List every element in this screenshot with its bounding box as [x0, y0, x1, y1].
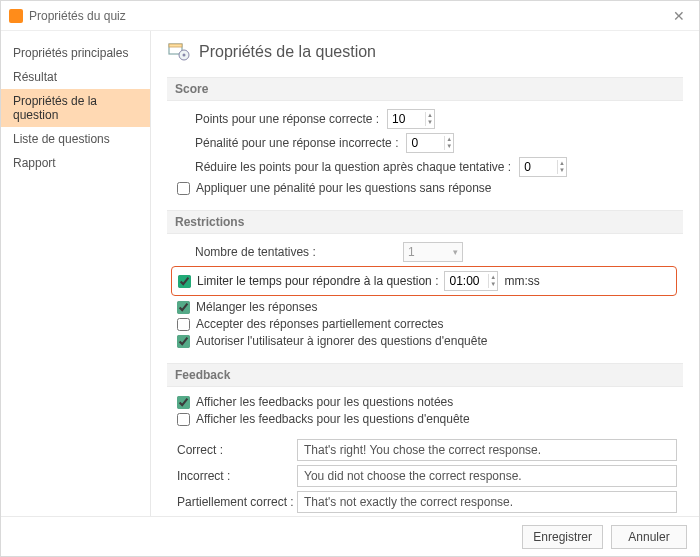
- spin-up-icon[interactable]: ▲: [426, 112, 434, 119]
- chevron-down-icon: ▾: [453, 247, 458, 257]
- checkbox-partial[interactable]: Accepter des réponses partiellement corr…: [177, 317, 677, 331]
- label-reduce: Réduire les points pour la question aprè…: [195, 160, 511, 174]
- row-points: Points pour une réponse correcte : ▲▼: [195, 109, 677, 129]
- window-title: Propriétés du quiz: [29, 9, 667, 23]
- limit-time-input[interactable]: [445, 274, 487, 288]
- section-title-score: Score: [167, 77, 683, 101]
- feedback-value[interactable]: That's right! You chose the correct resp…: [297, 439, 677, 461]
- spin-down-icon[interactable]: ▼: [489, 281, 498, 288]
- limit-time-spin[interactable]: ▲▼: [488, 274, 498, 288]
- label-points: Points pour une réponse correcte :: [195, 112, 379, 126]
- checkbox-show-graded[interactable]: Afficher les feedbacks pour les question…: [177, 395, 677, 409]
- partial-checkbox[interactable]: [177, 318, 190, 331]
- svg-point-3: [183, 54, 186, 57]
- feedback-row-partial: Partiellement correct : That's not exact…: [177, 491, 677, 513]
- page-header-icon: [167, 41, 191, 63]
- feedback-value[interactable]: That's not exactly the correct response.: [297, 491, 677, 513]
- limit-time-checkbox[interactable]: [178, 275, 191, 288]
- main-panel: Propriétés de la question Score Points p…: [151, 31, 699, 516]
- section-score: Points pour une réponse correcte : ▲▼ Pé…: [167, 109, 683, 204]
- section-title-feedback: Feedback: [167, 363, 683, 387]
- label-attempts: Nombre de tentatives :: [195, 245, 395, 259]
- checkbox-shuffle[interactable]: Mélanger les réponses: [177, 300, 677, 314]
- label-penalty: Pénalité pour une réponse incorrecte :: [195, 136, 398, 150]
- show-survey-checkbox[interactable]: [177, 413, 190, 426]
- sidebar: Propriétés principales Résultat Propriét…: [1, 31, 151, 516]
- section-title-restrictions: Restrictions: [167, 210, 683, 234]
- checkbox-allow-skip[interactable]: Autoriser l'utilisateur à ignorer des qu…: [177, 334, 677, 348]
- dialog-footer: Enregistrer Annuler: [1, 516, 699, 556]
- spin-up-icon[interactable]: ▲: [558, 160, 566, 167]
- attempts-select[interactable]: 1 ▾: [403, 242, 463, 262]
- spin-up-icon[interactable]: ▲: [445, 136, 453, 143]
- close-icon[interactable]: ✕: [667, 8, 691, 24]
- feedback-label: Partiellement correct :: [177, 495, 297, 509]
- shuffle-label: Mélanger les réponses: [196, 300, 317, 314]
- feedback-label: Correct :: [177, 443, 297, 457]
- sidebar-item-result[interactable]: Résultat: [1, 65, 150, 89]
- spin-up-icon[interactable]: ▲: [489, 274, 498, 281]
- penalty-spin[interactable]: ▲▼: [444, 136, 453, 150]
- sidebar-item-report[interactable]: Rapport: [1, 151, 150, 175]
- reduce-spin[interactable]: ▲▼: [557, 160, 566, 174]
- show-graded-label: Afficher les feedbacks pour les question…: [196, 395, 453, 409]
- limit-time-label: Limiter le temps pour répondre à la ques…: [197, 274, 438, 288]
- svg-rect-1: [169, 44, 182, 47]
- spin-down-icon[interactable]: ▼: [558, 167, 566, 174]
- section-feedback: Afficher les feedbacks pour les question…: [167, 395, 683, 516]
- attempts-value: 1: [408, 245, 415, 259]
- dialog-body: Propriétés principales Résultat Propriét…: [1, 31, 699, 516]
- time-unit-label: mm:ss: [504, 274, 539, 288]
- feedback-row-incorrect: Incorrect : You did not choose the corre…: [177, 465, 677, 487]
- sidebar-item-question-list[interactable]: Liste de questions: [1, 127, 150, 151]
- penalty-stepper[interactable]: ▲▼: [406, 133, 454, 153]
- page-header: Propriétés de la question: [151, 31, 699, 71]
- apply-penalty-checkbox[interactable]: [177, 182, 190, 195]
- row-reduce: Réduire les points pour la question aprè…: [195, 157, 677, 177]
- row-penalty: Pénalité pour une réponse incorrecte : ▲…: [195, 133, 677, 153]
- section-restrictions: Nombre de tentatives : 1 ▾ Limiter le te…: [167, 242, 683, 357]
- feedback-value[interactable]: You did not choose the correct response.: [297, 465, 677, 487]
- show-survey-label: Afficher les feedbacks pour les question…: [196, 412, 470, 426]
- limit-time-row: Limiter le temps pour répondre à la ques…: [171, 266, 677, 296]
- reduce-input[interactable]: [520, 160, 557, 174]
- partial-label: Accepter des réponses partiellement corr…: [196, 317, 443, 331]
- points-stepper[interactable]: ▲▼: [387, 109, 435, 129]
- sidebar-item-question-properties[interactable]: Propriétés de la question: [1, 89, 150, 127]
- limit-time-field[interactable]: ▲▼: [444, 271, 498, 291]
- shuffle-checkbox[interactable]: [177, 301, 190, 314]
- sidebar-item-main-properties[interactable]: Propriétés principales: [1, 41, 150, 65]
- penalty-input[interactable]: [407, 136, 444, 150]
- spin-down-icon[interactable]: ▼: [445, 143, 453, 150]
- allow-skip-label: Autoriser l'utilisateur à ignorer des qu…: [196, 334, 487, 348]
- spin-down-icon[interactable]: ▼: [426, 119, 434, 126]
- save-button[interactable]: Enregistrer: [522, 525, 603, 549]
- page-title: Propriétés de la question: [199, 43, 376, 61]
- points-input[interactable]: [388, 112, 425, 126]
- apply-penalty-label: Appliquer une pénalité pour les question…: [196, 181, 492, 195]
- cancel-button[interactable]: Annuler: [611, 525, 687, 549]
- allow-skip-checkbox[interactable]: [177, 335, 190, 348]
- titlebar: Propriétés du quiz ✕: [1, 1, 699, 31]
- checkbox-apply-penalty[interactable]: Appliquer une pénalité pour les question…: [177, 181, 677, 195]
- content-scroll[interactable]: Score Points pour une réponse correcte :…: [151, 71, 699, 516]
- checkbox-show-survey[interactable]: Afficher les feedbacks pour les question…: [177, 412, 677, 426]
- feedback-row-correct: Correct : That's right! You chose the co…: [177, 439, 677, 461]
- show-graded-checkbox[interactable]: [177, 396, 190, 409]
- feedback-label: Incorrect :: [177, 469, 297, 483]
- points-spin[interactable]: ▲▼: [425, 112, 434, 126]
- app-logo-icon: [9, 9, 23, 23]
- row-attempts: Nombre de tentatives : 1 ▾: [195, 242, 677, 262]
- reduce-stepper[interactable]: ▲▼: [519, 157, 567, 177]
- dialog-window: Propriétés du quiz ✕ Propriétés principa…: [0, 0, 700, 557]
